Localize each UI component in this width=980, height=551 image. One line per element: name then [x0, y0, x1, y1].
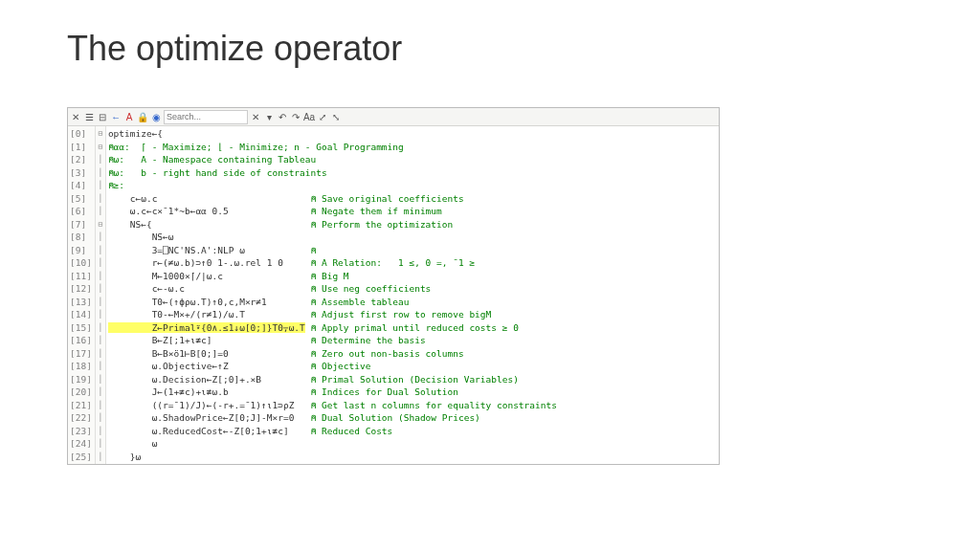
code-editor: ✕ ☰ ⊟ ← A 🔒 ◉ ✕ ▾ ↶ ↷ Aa ⤢ ⤡ [0] [1] [2]…: [67, 107, 720, 465]
code-content[interactable]: optimize←{ ⍝αα: ⌈ - Maximize; ⌊ - Minimi…: [106, 126, 719, 464]
undo-icon[interactable]: ↶: [277, 111, 288, 122]
fold-column[interactable]: ⊟⊟│││││⊟││││││││││││││││││: [96, 126, 106, 464]
editor-toolbar: ✕ ☰ ⊟ ← A 🔒 ◉ ✕ ▾ ↶ ↷ Aa ⤢ ⤡: [68, 108, 719, 126]
stop-icon[interactable]: A: [123, 111, 135, 122]
list-icon[interactable]: ☰: [83, 111, 95, 122]
redo-icon[interactable]: ↷: [290, 111, 301, 122]
clear-icon[interactable]: ✕: [250, 111, 261, 122]
dropdown-icon[interactable]: ▾: [263, 111, 275, 122]
page-title: The optimize operator: [67, 29, 913, 69]
zoom-icon[interactable]: ⤡: [330, 111, 342, 122]
refresh-icon[interactable]: ◉: [150, 111, 162, 122]
search-input[interactable]: [164, 110, 248, 124]
tree-icon[interactable]: ⊟: [97, 111, 108, 122]
close-icon[interactable]: ✕: [70, 111, 81, 122]
line-gutter: [0] [1] [2] [3] [4] [5] [6] [7] [8] [9] …: [68, 126, 96, 464]
expand-icon[interactable]: ⤢: [317, 111, 328, 122]
case-icon[interactable]: Aa: [303, 111, 315, 122]
back-icon[interactable]: ←: [110, 111, 122, 122]
lock-icon[interactable]: 🔒: [137, 111, 148, 122]
